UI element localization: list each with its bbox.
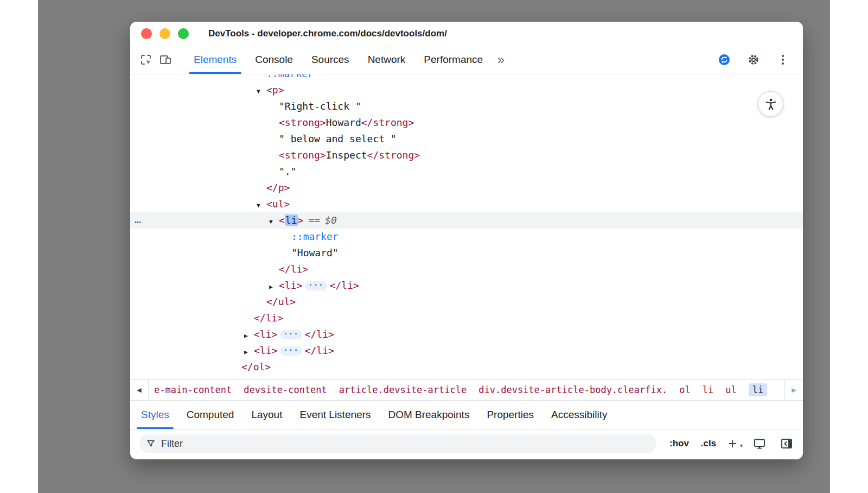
dom-node-row[interactable]: ▶<li>···</li> [130, 277, 803, 294]
tag-token: </ol> [241, 361, 271, 372]
breadcrumb-bar: ◀ e-main-contentdevsite-contentarticle.d… [130, 379, 803, 400]
tag-token: < [279, 214, 285, 226]
tab-computed[interactable]: Computed [178, 401, 243, 429]
new-style-rule-button[interactable]: +▾ [728, 438, 737, 449]
tag-token: </li> [305, 345, 334, 356]
expand-node-ellipsis-button[interactable]: ··· [280, 330, 302, 339]
tag-token: </strong> [367, 149, 420, 161]
text-node-token: Inspect [326, 149, 367, 161]
settings-gear-icon[interactable] [745, 52, 762, 68]
breadcrumb-scroll-right-button[interactable]: ▶ [784, 380, 803, 400]
breadcrumb: e-main-contentdevsite-contentarticle.dev… [149, 380, 784, 400]
hover-state-toggle[interactable]: :hov [669, 438, 689, 449]
styles-tab-bar: StylesComputedLayoutEvent ListenersDOM B… [130, 400, 803, 429]
kebab-menu-icon[interactable] [775, 52, 791, 68]
dom-node-row[interactable]: "Howard" [130, 245, 803, 261]
dom-node-row[interactable]: </ol> [130, 359, 803, 375]
dom-node-row[interactable]: </li> [130, 261, 803, 277]
inspect-element-icon[interactable] [138, 52, 154, 68]
filter-funnel-icon [146, 439, 156, 448]
element-classes-toggle[interactable]: .cls [701, 438, 716, 449]
expand-node-ellipsis-button[interactable]: ··· [280, 346, 302, 356]
tag-token: <strong> [279, 117, 326, 128]
expand-node-ellipsis-button[interactable]: ··· [305, 281, 327, 290]
breadcrumb-item[interactable]: article.devsite-article [339, 384, 467, 395]
page-background: DevTools - developer.chrome.com/docs/dev… [38, 0, 830, 493]
styles-filter-bar: Filter :hov .cls +▾ [130, 429, 803, 458]
dom-node-row[interactable]: <strong>Inspect</strong> [130, 147, 803, 163]
plus-icon: + [728, 435, 737, 452]
dom-node-row[interactable]: ::marker [130, 229, 803, 245]
window-title: DevTools - developer.chrome.com/docs/dev… [208, 28, 447, 39]
tab-accessibility[interactable]: Accessibility [542, 401, 616, 429]
pseudo-element-token: ::marker [266, 74, 314, 79]
tag-token: </li> [330, 280, 359, 291]
tag-token: </ul> [266, 296, 296, 307]
expand-arrow-icon[interactable]: ▶ [244, 328, 254, 344]
device-toolbar-icon[interactable] [157, 52, 174, 68]
tag-token: <li> [254, 328, 277, 340]
filter-input[interactable]: Filter [139, 434, 656, 453]
dom-node-row[interactable]: ▼<ul> [130, 196, 803, 212]
breadcrumb-item[interactable]: div.devsite-article-body.clearfix. [478, 384, 667, 395]
dom-node-row[interactable]: <strong>Howard</strong> [130, 115, 803, 131]
expand-arrow-icon[interactable]: ▶ [269, 279, 279, 295]
dom-node-row[interactable]: ▶<li>···</li> [130, 326, 803, 343]
tag-token: <li> [254, 345, 277, 356]
tab-elements[interactable]: Elements [184, 46, 246, 74]
tab-properties[interactable]: Properties [478, 401, 542, 429]
collapse-arrow-icon[interactable]: ▼ [269, 214, 279, 230]
breadcrumb-item[interactable]: ul [725, 384, 736, 395]
breadcrumb-item[interactable]: e-main-content [154, 384, 232, 395]
zoom-window-button[interactable] [178, 28, 189, 39]
dom-node-row[interactable]: </p> [130, 180, 803, 196]
expand-arrow-icon[interactable]: ▶ [244, 344, 254, 361]
tag-token: </li> [254, 312, 283, 324]
tag-token: > [298, 214, 304, 226]
text-node-token: "Right-click " [279, 100, 361, 112]
dom-node-row[interactable]: "." [130, 163, 803, 180]
breadcrumb-item-selected[interactable]: li [749, 383, 767, 396]
sync-icon[interactable] [716, 52, 732, 68]
accessibility-button[interactable] [758, 91, 783, 117]
collapse-arrow-icon[interactable]: ▼ [257, 198, 266, 214]
dom-node-row[interactable]: ▼<p> [130, 82, 803, 98]
breadcrumb-item[interactable]: ol [679, 384, 690, 395]
panel-tab-bar: ElementsConsoleSourcesNetworkPerformance [184, 46, 492, 74]
dom-node-row[interactable]: </li> [130, 310, 803, 326]
tab-network[interactable]: Network [359, 46, 415, 74]
dom-node-row[interactable]: ::marker [130, 74, 803, 82]
tag-token: </p> [266, 182, 290, 193]
dom-tree: ::marker▼<p>"Right-click "<strong>Howard… [130, 74, 803, 379]
breadcrumb-scroll-left-button[interactable]: ◀ [130, 380, 149, 400]
close-window-button[interactable] [141, 28, 152, 39]
rendering-emulation-icon[interactable] [752, 436, 767, 451]
collapse-arrow-icon[interactable]: ▼ [257, 84, 266, 100]
sidebar-toggle-icon[interactable] [779, 436, 794, 451]
more-tabs-icon[interactable]: » [492, 46, 510, 74]
tab-layout[interactable]: Layout [242, 401, 291, 429]
breadcrumb-item[interactable]: devsite-content [244, 384, 327, 395]
plus-caret-icon: ▾ [740, 440, 743, 451]
tab-event-listeners[interactable]: Event Listeners [291, 401, 379, 429]
tab-dom-breakpoints[interactable]: DOM Breakpoints [379, 401, 478, 429]
dom-node-row[interactable]: " below and select " [130, 131, 803, 147]
dom-node-row[interactable]: "Right-click " [130, 98, 803, 115]
tag-token: <p> [266, 84, 284, 96]
tab-sources[interactable]: Sources [302, 46, 359, 74]
devtools-toolbar: ElementsConsoleSourcesNetworkPerformance… [130, 46, 803, 74]
tab-performance[interactable]: Performance [414, 46, 492, 74]
tag-token: <li> [279, 280, 302, 291]
node-more-actions-icon[interactable]: … [135, 211, 140, 227]
tag-token: </li> [305, 328, 334, 340]
tab-styles[interactable]: Styles [132, 401, 178, 429]
minimize-window-button[interactable] [159, 28, 170, 39]
window-titlebar: DevTools - developer.chrome.com/docs/dev… [130, 22, 803, 46]
breadcrumb-item[interactable]: li [703, 384, 713, 395]
toolbar-right-icons [716, 52, 794, 68]
text-node-token: Howard [326, 117, 361, 128]
dom-node-row-selected[interactable]: …▼<li>==$0 [130, 212, 803, 229]
tab-console[interactable]: Console [246, 46, 302, 74]
dom-node-row[interactable]: </ul> [130, 294, 803, 310]
dom-node-row[interactable]: ▶<li>···</li> [130, 343, 803, 359]
